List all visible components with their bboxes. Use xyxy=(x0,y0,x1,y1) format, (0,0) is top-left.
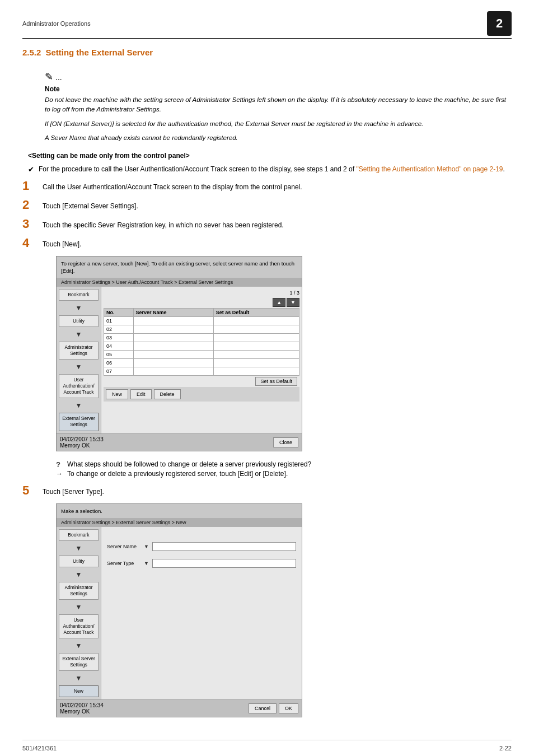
edit-button[interactable]: Edit xyxy=(130,389,152,399)
setting-panel-heading: <Setting can be made only from the contr… xyxy=(28,152,512,160)
footer-model: 501/421/361 xyxy=(22,745,57,752)
cancel-button[interactable]: Cancel xyxy=(249,703,277,713)
table-row[interactable]: 02 xyxy=(104,325,299,334)
sidebar-arrow-3: ▼ xyxy=(57,362,101,372)
server-table: No. Server Name Set as Default 01 02 03 … xyxy=(104,308,299,376)
bullet-item: ✔ For the procedure to call the User Aut… xyxy=(28,164,512,175)
close-button[interactable]: Close xyxy=(273,437,298,447)
server-name-row: Server Name ▼ xyxy=(104,540,299,553)
datetime-display-2: 04/02/2007 15:34 Memory OK xyxy=(60,702,104,715)
sidebar-arrow-1: ▼ xyxy=(57,303,101,313)
step-3: 3 Touch the specific Sever Registration … xyxy=(22,218,512,230)
bullet-text: For the procedure to call the User Authe… xyxy=(39,164,505,174)
server-name-input[interactable] xyxy=(152,542,296,551)
sidebar2-arrow-4: ▼ xyxy=(57,641,101,651)
step-number-2: 2 xyxy=(22,199,43,211)
sidebar-arrow-2: ▼ xyxy=(57,329,101,339)
qa-question: ? What steps should be followed to chang… xyxy=(56,460,512,469)
answer-text: To change or delete a previously registe… xyxy=(67,470,288,478)
server-type-input[interactable] xyxy=(152,559,296,568)
nav-down-btn[interactable]: ▼ xyxy=(287,298,299,307)
table-row[interactable]: 04 xyxy=(104,342,299,351)
step-text-5: Touch [Server Type]. xyxy=(43,484,512,497)
delete-button[interactable]: Delete xyxy=(154,389,181,399)
breadcrumb: Administrator Operations xyxy=(22,20,91,27)
step-5: 5 Touch [Server Type]. xyxy=(22,484,512,497)
col-no: No. xyxy=(104,309,134,317)
table-row[interactable]: 01 xyxy=(104,317,299,325)
server-type-arrow: ▼ xyxy=(144,561,149,566)
qa-block: ? What steps should be followed to chang… xyxy=(56,460,512,478)
note-dots: ... xyxy=(55,73,62,82)
step-1: 1 Call the User Authentication/Account T… xyxy=(22,180,512,192)
server-name-label: Server Name xyxy=(107,544,140,549)
sidebar2-arrow-1: ▼ xyxy=(57,543,101,553)
col-set-default: Set as Default xyxy=(213,309,299,317)
ok-button[interactable]: OK xyxy=(279,703,298,713)
note-icon: ✎ xyxy=(45,71,53,83)
screenshot-2: Make a selection. Administrator Settings… xyxy=(56,503,302,718)
table-row[interactable]: 07 xyxy=(104,367,299,376)
screenshot1-top-text: To register a new server, touch [New]. T… xyxy=(57,256,302,278)
screenshot1-sidebar: Bookmark ▼ Utility ▼ Administrator Setti… xyxy=(57,287,101,433)
table-row[interactable]: 06 xyxy=(104,359,299,367)
col-server-name: Server Name xyxy=(133,309,213,317)
sidebar2-admin-settings[interactable]: Administrator Settings xyxy=(59,582,99,600)
note-block: ✎ ... Note Do not leave the machine with… xyxy=(45,71,512,143)
step-text-1: Call the User Authentication/Account Tra… xyxy=(43,180,512,192)
sidebar-bookmark[interactable]: Bookmark xyxy=(59,289,99,301)
screenshot-1: To register a new server, touch [New]. T… xyxy=(56,256,302,451)
sidebar2-user-auth[interactable]: User Authentication/ Account Track xyxy=(59,614,99,638)
nav-up-btn[interactable]: ▲ xyxy=(273,298,285,307)
sidebar-utility[interactable]: Utility xyxy=(59,315,99,327)
screenshot1-main: Bookmark ▼ Utility ▼ Administrator Setti… xyxy=(57,287,302,433)
screenshot2-breadcrumb: Administrator Settings > External Server… xyxy=(57,518,302,527)
section-number: 2.5.2 xyxy=(22,48,41,57)
new-button[interactable]: New xyxy=(106,389,128,399)
sidebar2-new[interactable]: New xyxy=(59,685,99,697)
auth-method-link[interactable]: "Setting the Authentication Method" on p… xyxy=(356,165,503,173)
sidebar2-arrow-3: ▼ xyxy=(57,602,101,612)
sidebar-user-auth[interactable]: User Authentication/ Account Track xyxy=(59,374,99,398)
page-indicator: 1 / 3 xyxy=(289,289,299,297)
sidebar-external-server[interactable]: External Server Settings xyxy=(59,413,99,431)
sidebar2-utility[interactable]: Utility xyxy=(59,556,99,567)
set-default-row: Set as Default xyxy=(104,376,299,387)
note-title: Note xyxy=(45,85,512,93)
table-row[interactable]: 03 xyxy=(104,334,299,342)
server-type-row: Server Type ▼ xyxy=(104,557,299,570)
section-heading: 2.5.2 Setting the External Server xyxy=(22,48,512,64)
screenshot1-bottom-bar: 04/02/2007 15:33 Memory OK Close xyxy=(57,433,302,451)
qa-answer: → To change or delete a previously regis… xyxy=(56,470,512,478)
step-2: 2 Touch [External Sever Settings]. xyxy=(22,199,512,211)
sidebar2-arrow-2: ▼ xyxy=(57,570,101,580)
datetime-display: 04/02/2007 15:33 Memory OK xyxy=(60,436,104,449)
screenshot2-main: Bookmark ▼ Utility ▼ Administrator Setti… xyxy=(57,527,302,699)
checkmark-icon: ✔ xyxy=(28,164,34,175)
server-name-arrow: ▼ xyxy=(144,544,149,549)
set-as-default-btn[interactable]: Set as Default xyxy=(255,377,297,386)
note-line-3: A Sever Name that already exists cannot … xyxy=(45,133,512,143)
sidebar2-external-server[interactable]: External Server Settings xyxy=(59,653,99,671)
screenshot2-top-text: Make a selection. xyxy=(57,504,302,518)
question-text: What steps should be followed to change … xyxy=(67,460,311,468)
arrow-icon: → xyxy=(56,470,64,478)
sidebar-admin-settings[interactable]: Administrator Settings xyxy=(59,342,99,360)
step-text-3: Touch the specific Sever Registration ke… xyxy=(43,218,512,230)
step-number-3: 3 xyxy=(22,218,43,230)
step-text-4: Touch [New]. xyxy=(43,237,512,249)
server-type-label: Server Type xyxy=(107,561,140,566)
screenshot2-bottom-bar: 04/02/2007 15:34 Memory OK Cancel OK xyxy=(57,699,302,717)
section-title: Setting the External Server xyxy=(45,48,153,57)
ok-cancel-group: Cancel OK xyxy=(249,703,298,713)
step-text-2: Touch [External Sever Settings]. xyxy=(43,199,512,211)
step-number-4: 4 xyxy=(22,237,43,249)
sidebar2-arrow-5: ▼ xyxy=(57,673,101,683)
screenshot2-content: Server Name ▼ Server Type ▼ xyxy=(101,527,302,699)
chapter-badge: 2 xyxy=(487,11,512,36)
screenshot1-content: 1 / 3 ▲ ▼ No. Server Name Set as Default… xyxy=(101,287,302,433)
sidebar2-bookmark[interactable]: Bookmark xyxy=(59,529,99,541)
step-number-1: 1 xyxy=(22,180,43,192)
table-row[interactable]: 05 xyxy=(104,351,299,359)
action-buttons: New Edit Delete xyxy=(104,387,299,402)
